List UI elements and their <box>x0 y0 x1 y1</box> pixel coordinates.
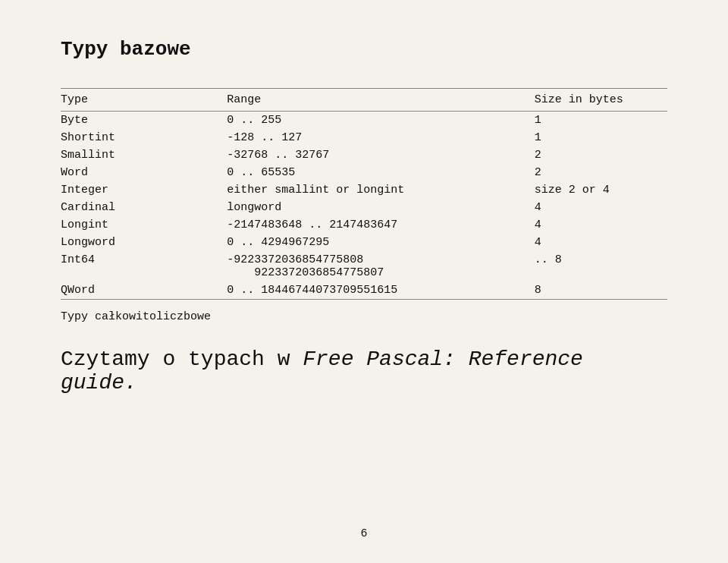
header-type: Type <box>61 89 227 112</box>
cta-text: Czytamy o typach w Free Pascal: Referenc… <box>61 348 667 395</box>
cell-range: 0 .. 65535 <box>227 164 534 181</box>
cell-range: either smallint or longint <box>227 181 534 199</box>
cell-type: Shortint <box>61 129 227 146</box>
cell-type: QWord <box>61 282 227 300</box>
cell-range: longword <box>227 199 534 216</box>
table-row: Byte0 .. 2551 <box>61 112 667 130</box>
table-row: Integereither smallint or longintsize 2 … <box>61 181 667 199</box>
table-row: Shortint-128 .. 1271 <box>61 129 667 146</box>
table-row: QWord0 .. 184467440737095516158 <box>61 282 667 300</box>
cell-size: 4 <box>535 234 667 251</box>
cell-type: Byte <box>61 112 227 130</box>
table-row: Smallint-32768 .. 327672 <box>61 146 667 164</box>
table-footer-row: Typy całkowitoliczbowe <box>61 300 667 339</box>
table-header-row: Type Range Size in bytes <box>61 89 667 112</box>
header-size: Size in bytes <box>535 89 667 112</box>
cell-type: Longint <box>61 216 227 234</box>
cell-range: -128 .. 127 <box>227 129 534 146</box>
cell-type: Smallint <box>61 146 227 164</box>
table-row: Longword0 .. 42949672954 <box>61 234 667 251</box>
cell-range: 0 .. 4294967295 <box>227 234 534 251</box>
cell-size: 1 <box>535 129 667 146</box>
cell-size: .. 8 <box>535 251 667 282</box>
section-label: Typy całkowitoliczbowe <box>61 300 667 339</box>
table-row: Int64-9223372036854775808 92233720368547… <box>61 251 667 282</box>
cell-size: 4 <box>535 216 667 234</box>
cta-plain-text: Czytamy o typach w <box>61 348 303 371</box>
table-row: Cardinallongword4 <box>61 199 667 216</box>
cell-size: 2 <box>535 164 667 181</box>
table-row: Word0 .. 655352 <box>61 164 667 181</box>
cell-size: size 2 or 4 <box>535 181 667 199</box>
cell-size: 1 <box>535 112 667 130</box>
header-range: Range <box>227 89 534 112</box>
cell-type: Longword <box>61 234 227 251</box>
cell-type: Cardinal <box>61 199 227 216</box>
page-title: Typy bazowe <box>61 38 667 61</box>
types-table: Type Range Size in bytes Byte0 .. 2551Sh… <box>61 88 667 338</box>
page-number: 6 <box>0 527 728 540</box>
cell-range: -9223372036854775808 9223372036854775807 <box>227 251 534 282</box>
cell-size: 8 <box>535 282 667 300</box>
cell-size: 4 <box>535 199 667 216</box>
cell-type: Word <box>61 164 227 181</box>
cell-type: Integer <box>61 181 227 199</box>
cell-range: -2147483648 .. 2147483647 <box>227 216 534 234</box>
page: Typy bazowe Type Range Size in bytes Byt… <box>0 0 728 563</box>
cell-range: -32768 .. 32767 <box>227 146 534 164</box>
table-row: Longint-2147483648 .. 21474836474 <box>61 216 667 234</box>
cell-type: Int64 <box>61 251 227 282</box>
cell-range: 0 .. 255 <box>227 112 534 130</box>
cell-range: 0 .. 18446744073709551615 <box>227 282 534 300</box>
cell-size: 2 <box>535 146 667 164</box>
